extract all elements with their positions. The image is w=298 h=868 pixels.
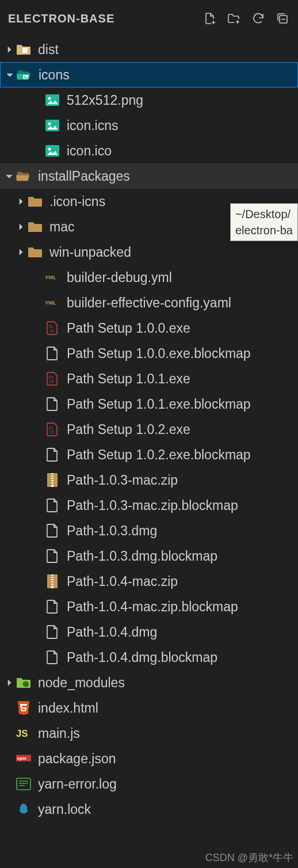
- tree-row[interactable]: icons: [0, 62, 298, 87]
- tooltip-line2: electron-ba: [235, 222, 293, 238]
- tree-row[interactable]: yarn-error.log: [0, 771, 298, 797]
- project-title: ELECTRON-BASE: [8, 12, 114, 25]
- tree-row[interactable]: Path Setup 1.0.0.exe.blockmap: [0, 341, 298, 366]
- svg-point-7: [48, 123, 51, 125]
- tree-row[interactable]: yarn.lock: [0, 797, 298, 822]
- svg-rect-29: [51, 580, 54, 581]
- chevron-right-icon[interactable]: [14, 220, 28, 234]
- zip-icon: [45, 574, 60, 589]
- tree-row[interactable]: 0110Path Setup 1.0.0.exe: [0, 315, 298, 341]
- tree-row[interactable]: Path Setup 1.0.1.exe.blockmap: [0, 391, 298, 417]
- file-icon: [45, 599, 60, 614]
- svg-rect-22: [51, 479, 54, 480]
- new-folder-icon[interactable]: [227, 11, 242, 26]
- folder-image-open-icon: [17, 67, 32, 82]
- file-tree: disticons512x512.pngicon.icnsicon.icoins…: [0, 37, 298, 822]
- log-icon: [16, 776, 31, 791]
- chevron-down-icon[interactable]: [2, 169, 16, 183]
- file-icon: [45, 447, 60, 462]
- file-label: builder-effective-config.yaml: [67, 295, 231, 311]
- svg-rect-23: [51, 481, 54, 482]
- path-tooltip: ~/Desktop/ electron-ba: [230, 203, 298, 241]
- tree-row[interactable]: node_modules: [0, 670, 298, 695]
- chevron-right-icon[interactable]: [14, 245, 28, 259]
- file-label: Path Setup 1.0.1.exe.blockmap: [67, 397, 251, 412]
- tree-row[interactable]: icon.icns: [0, 113, 298, 138]
- svg-point-5: [48, 97, 51, 100]
- svg-text:10: 10: [49, 379, 54, 384]
- folder-brown-icon: [28, 194, 43, 209]
- image-icon: [45, 118, 60, 133]
- tree-row[interactable]: Path-1.0.4.dmg: [0, 619, 298, 645]
- svg-rect-35: [17, 778, 30, 790]
- svg-rect-31: [51, 585, 54, 586]
- file-label: Path-1.0.4.dmg: [67, 625, 157, 640]
- file-label: Path-1.0.3-mac.zip.blockmap: [67, 498, 238, 513]
- tree-row[interactable]: Path-1.0.3.dmg.blockmap: [0, 543, 298, 569]
- yarn-icon: [16, 802, 31, 817]
- tree-row[interactable]: 512x512.png: [0, 87, 298, 113]
- chevron-right-icon[interactable]: [14, 195, 28, 208]
- exe-icon: 0110: [45, 371, 60, 386]
- file-label: package.json: [38, 751, 116, 767]
- file-label: 512x512.png: [67, 93, 143, 108]
- file-label: Path Setup 1.0.2.exe.blockmap: [67, 447, 251, 463]
- tree-row[interactable]: Path-1.0.3-mac.zip: [0, 467, 298, 493]
- tree-row[interactable]: Path-1.0.3.dmg: [0, 518, 298, 543]
- tree-row[interactable]: 0110Path Setup 1.0.2.exe: [0, 417, 298, 442]
- refresh-icon[interactable]: [251, 11, 266, 26]
- tree-row[interactable]: Path-1.0.4-mac.zip.blockmap: [0, 594, 298, 619]
- folder-open-brown-icon: [16, 169, 31, 184]
- file-label: Path-1.0.4-mac.zip.blockmap: [67, 599, 238, 615]
- zip-icon: [45, 473, 60, 488]
- chevron-down-icon[interactable]: [3, 68, 17, 82]
- chevron-right-icon[interactable]: [2, 43, 16, 56]
- file-icon: [45, 523, 60, 538]
- new-file-icon[interactable]: [203, 11, 217, 26]
- svg-point-9: [48, 148, 51, 151]
- folder-brown-icon: [28, 245, 43, 260]
- file-label: installPackages: [38, 169, 130, 184]
- tree-row[interactable]: Path-1.0.4.dmg.blockmap: [0, 645, 298, 670]
- file-label: Path-1.0.3.dmg: [67, 523, 157, 539]
- image-icon: [45, 93, 60, 108]
- file-label: Path-1.0.4.dmg.blockmap: [67, 650, 217, 665]
- tree-row[interactable]: YMLbuilder-effective-config.yaml: [0, 290, 298, 315]
- svg-text:10: 10: [49, 430, 54, 435]
- collapse-all-icon[interactable]: [275, 11, 290, 26]
- yaml-icon: YML: [45, 295, 60, 310]
- svg-rect-20: [51, 474, 54, 475]
- tree-row[interactable]: Path-1.0.4-mac.zip: [0, 569, 298, 594]
- chevron-right-icon[interactable]: [2, 676, 16, 690]
- svg-text:JS: JS: [16, 729, 28, 740]
- tree-row[interactable]: YMLbuilder-debug.yml: [0, 265, 298, 290]
- svg-rect-24: [51, 484, 54, 485]
- tree-row[interactable]: icon.ico: [0, 138, 298, 163]
- tree-row[interactable]: Path Setup 1.0.2.exe.blockmap: [0, 442, 298, 467]
- file-icon: [45, 625, 60, 639]
- tree-row[interactable]: 0110Path Setup 1.0.1.exe: [0, 366, 298, 391]
- file-label: index.html: [38, 701, 98, 716]
- tree-row[interactable]: index.html: [0, 695, 298, 721]
- tree-row[interactable]: dist: [0, 37, 298, 62]
- file-icon: [45, 346, 60, 361]
- tree-row[interactable]: JSmain.js: [0, 721, 298, 746]
- tree-row[interactable]: npmpackage.json: [0, 746, 298, 771]
- tree-row[interactable]: Path-1.0.3-mac.zip.blockmap: [0, 493, 298, 518]
- folder-brown-icon: [28, 219, 43, 234]
- file-icon: [45, 498, 60, 513]
- html-icon: [16, 701, 31, 715]
- svg-rect-30: [51, 583, 54, 584]
- watermark: CSDN @勇敢*牛牛: [205, 851, 293, 865]
- file-label: icons: [39, 67, 70, 83]
- tree-row[interactable]: win-unpacked: [0, 239, 298, 265]
- file-label: yarn-error.log: [38, 776, 117, 792]
- js-icon: JS: [16, 726, 31, 741]
- svg-text:YML: YML: [45, 274, 56, 280]
- explorer-header: ELECTRON-BASE: [0, 0, 298, 37]
- file-label: node_modules: [38, 675, 125, 691]
- file-label: Path Setup 1.0.0.exe: [67, 321, 190, 336]
- header-actions: [203, 11, 290, 26]
- tree-row[interactable]: installPackages: [0, 163, 298, 189]
- svg-rect-27: [51, 576, 54, 577]
